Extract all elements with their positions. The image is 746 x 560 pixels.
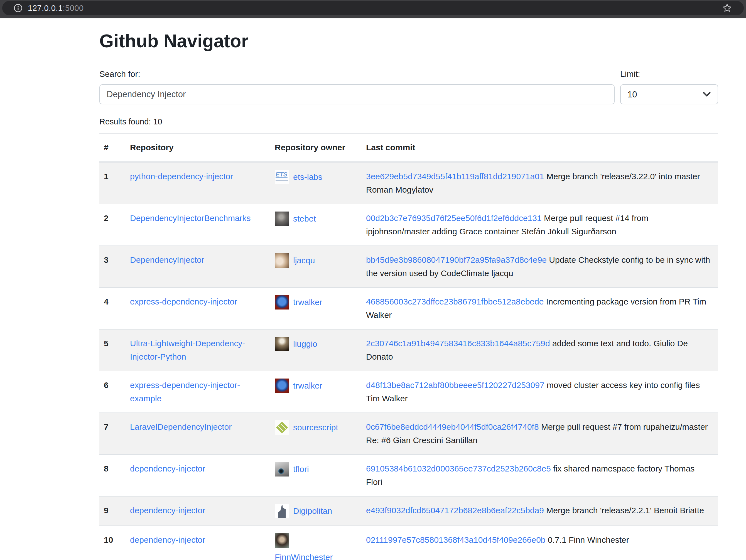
commit-hash-link[interactable]: 0c67f6be8eddcd4449eb4044f5df0ca26f4740f8 [366,422,539,432]
row-number: 2 [99,204,125,246]
owner-cell: tflori [270,454,362,496]
repo-cell: dependency-injector [125,454,270,496]
table-row: 2DependencyInjectorBenchmarksstebet00d2b… [99,204,718,246]
owner-link[interactable]: liuggio [293,339,317,349]
commit-hash-link[interactable]: 00d2b3c7e76935d76f25ee50f6d1f2ef6ddce131 [366,213,542,223]
commit-hash-link[interactable]: e493f9032dfcd65047172b682e8b6eaf22c5bda9 [366,506,544,515]
table-row: 4express-dependency-injectortrwalker4688… [99,288,718,329]
commit-message: Merge branch 'release/2.2.1' Benoit Bria… [544,506,704,515]
owner-link[interactable]: ljacqu [293,256,315,265]
repo-link[interactable]: express-dependency-injector-example [130,381,240,403]
repo-cell: python-dependency-injector [125,162,270,204]
owner-cell: sourcescript [270,413,362,454]
table-row: 1python-dependency-injectorets-labs3ee62… [99,162,718,204]
table-row: 5Ultra-Lightweight-Dependency-Injector-P… [99,329,718,371]
repo-link[interactable]: python-dependency-injector [130,172,233,181]
tflori-avatar-icon [275,462,289,476]
results-tbody: 1python-dependency-injectorets-labs3ee62… [99,162,718,560]
row-number: 6 [99,371,125,413]
address-bar[interactable]: 127.0.0.1:5000 [2,1,744,15]
page-title: Github Navigator [99,30,718,52]
repo-cell: DependencyInjectorBenchmarks [125,204,270,246]
owner-cell: stebet [270,204,362,246]
repo-link[interactable]: dependency-injector [130,506,205,515]
table-header-row: # Repository Repository owner Last commi… [99,133,718,162]
digipolitan-avatar-icon [275,504,289,518]
commit-hash-link[interactable]: 02111997e57c85801368f43a10d45f409e266e0b [366,535,546,544]
limit-select[interactable]: 10 [620,84,718,105]
owner-cell: ets-labs [270,162,362,204]
owner-link[interactable]: trwalker [293,298,322,307]
row-number: 1 [99,162,125,204]
repo-cell: Ultra-Lightweight-Dependency-Injector-Py… [125,329,270,371]
row-number: 9 [99,496,125,526]
commit-cell: d48f13be8ac712abf80bbeeee5f120227d253097… [362,371,718,413]
search-label: Search for: [99,69,614,79]
owner-cell: FinnWinchester [270,526,362,560]
url-host: 127.0.0.1 [28,4,63,12]
row-number: 7 [99,413,125,454]
site-info-icon[interactable] [13,3,23,13]
row-number: 4 [99,288,125,329]
url-text[interactable]: 127.0.0.1:5000 [28,4,84,13]
row-number: 5 [99,329,125,371]
owner-link[interactable]: stebet [293,214,316,223]
repo-link[interactable]: DependencyInjector [130,255,204,264]
commit-cell: bb45d9e3b98608047190bf72a95fa9a37d8c4e9e… [362,246,718,288]
header-repository: Repository [125,133,270,162]
commit-cell: e493f9032dfcd65047172b682e8b6eaf22c5bda9… [362,496,718,526]
header-number: # [99,133,125,162]
table-row: 10dependency-injectorFinnWinchester02111… [99,526,718,560]
commit-cell: 3ee629eb5d7349d55f41b119aff81dd219071a01… [362,162,718,204]
limit-label: Limit: [620,69,718,79]
ljacqu-avatar-icon [275,253,289,268]
owner-link[interactable]: sourcescript [293,423,338,432]
commit-hash-link[interactable]: 2c30746c1a91b4947583416c833b1644a85c759d [366,339,550,348]
repo-cell: DependencyInjector [125,246,270,288]
stebet-avatar-icon [275,211,289,226]
commit-hash-link[interactable]: 69105384b61032d000365ee737cd2523b260c8e5 [366,464,551,473]
commit-hash-link[interactable]: bb45d9e3b98608047190bf72a95fa9a37d8c4e9e [366,255,547,264]
commit-hash-link[interactable]: d48f13be8ac712abf80bbeeee5f120227d253097 [366,381,544,390]
owner-link[interactable]: Digipolitan [293,506,332,515]
owner-link[interactable]: FinnWinchester [275,553,333,560]
repo-link[interactable]: dependency-injector [130,464,205,473]
owner-link[interactable]: ets-labs [293,172,322,181]
results-table: # Repository Repository owner Last commi… [99,133,718,560]
commit-message: 0.7.1 Finn Winchester [546,535,629,544]
table-row: 9dependency-injectorDigipolitane493f9032… [99,496,718,526]
row-number: 8 [99,454,125,496]
repo-link[interactable]: LaravelDependencyInjector [130,422,232,432]
commit-cell: 0c67f6be8eddcd4449eb4044f5df0ca26f4740f8… [362,413,718,454]
table-row: 8dependency-injectortflori69105384b61032… [99,454,718,496]
repo-link[interactable]: DependencyInjectorBenchmarks [130,213,251,223]
owner-link[interactable]: trwalker [293,381,322,390]
repo-link[interactable]: express-dependency-injector [130,297,237,306]
table-row: 6express-dependency-injector-exampletrwa… [99,371,718,413]
repo-cell: LaravelDependencyInjector [125,413,270,454]
commit-hash-link[interactable]: 468856003c273dffce23b86791fbbe512a8ebede [366,297,544,306]
search-form: Search for: Limit: 10 [99,69,718,105]
table-row: 3DependencyInjectorljacqubb45d9e3b986080… [99,246,718,288]
main-content: Github Navigator Search for: Limit: 10 R… [99,18,718,560]
owner-cell: Digipolitan [270,496,362,526]
header-last-commit: Last commit [362,133,718,162]
liuggio-avatar-icon [275,337,289,351]
commit-hash-link[interactable]: 3ee629eb5d7349d55f41b119aff81dd219071a01 [366,172,544,181]
repo-link[interactable]: Ultra-Lightweight-Dependency-Injector-Py… [130,339,245,361]
owner-cell: trwalker [270,371,362,413]
owner-cell: liuggio [270,329,362,371]
search-input[interactable] [99,84,614,105]
repo-cell: express-dependency-injector [125,288,270,329]
commit-cell: 2c30746c1a91b4947583416c833b1644a85c759d… [362,329,718,371]
bookmark-star-icon[interactable] [721,2,733,13]
header-owner: Repository owner [270,133,362,162]
commit-cell: 69105384b61032d000365ee737cd2523b260c8e5… [362,454,718,496]
owner-cell: trwalker [270,288,362,329]
trwalker-avatar-icon [275,379,289,393]
repo-link[interactable]: dependency-injector [130,535,205,544]
url-port: :5000 [63,4,84,12]
owner-link[interactable]: tflori [293,465,309,474]
repo-cell: dependency-injector [125,496,270,526]
commit-cell: 00d2b3c7e76935d76f25ee50f6d1f2ef6ddce131… [362,204,718,246]
